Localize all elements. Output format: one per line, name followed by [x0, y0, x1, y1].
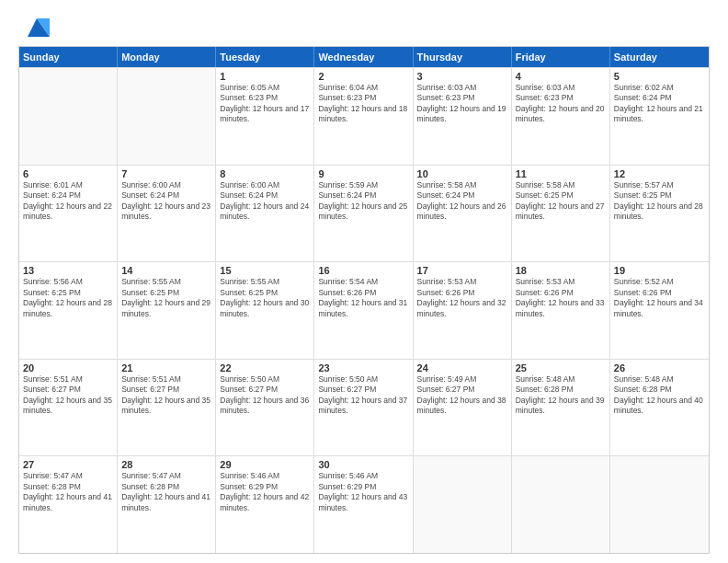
day-cell-8: 8Sunrise: 6:00 AM Sunset: 6:24 PM Daylig… [216, 166, 314, 262]
day-info: Sunrise: 5:51 AM Sunset: 6:27 PM Dayligh… [23, 374, 113, 417]
day-number: 17 [417, 265, 507, 276]
day-info: Sunrise: 5:48 AM Sunset: 6:28 PM Dayligh… [516, 374, 606, 417]
day-info: Sunrise: 5:55 AM Sunset: 6:25 PM Dayligh… [220, 277, 310, 319]
day-info: Sunrise: 5:48 AM Sunset: 6:28 PM Dayligh… [614, 374, 705, 417]
day-cell-28: 28Sunrise: 5:47 AM Sunset: 6:28 PM Dayli… [118, 456, 216, 553]
day-cell-9: 9Sunrise: 5:59 AM Sunset: 6:24 PM Daylig… [314, 166, 413, 262]
day-cell-11: 11Sunrise: 5:58 AM Sunset: 6:25 PM Dayli… [512, 166, 610, 262]
logo-icon [24, 15, 50, 40]
day-number: 5 [614, 71, 705, 82]
day-info: Sunrise: 5:50 AM Sunset: 6:27 PM Dayligh… [318, 374, 408, 417]
day-cell-10: 10Sunrise: 5:58 AM Sunset: 6:24 PM Dayli… [414, 166, 512, 262]
day-cell-3: 3Sunrise: 6:03 AM Sunset: 6:23 PM Daylig… [414, 68, 512, 165]
day-number: 30 [318, 459, 408, 470]
calendar-row-4: 27Sunrise: 5:47 AM Sunset: 6:28 PM Dayli… [19, 455, 709, 553]
day-cell-13: 13Sunrise: 5:56 AM Sunset: 6:25 PM Dayli… [19, 262, 118, 359]
day-info: Sunrise: 5:49 AM Sunset: 6:27 PM Dayligh… [417, 374, 507, 417]
day-number: 11 [516, 168, 606, 179]
day-info: Sunrise: 5:46 AM Sunset: 6:29 PM Dayligh… [220, 471, 310, 513]
day-number: 22 [220, 362, 310, 373]
calendar: SundayMondayTuesdayWednesdayThursdayFrid… [18, 46, 710, 554]
day-number: 14 [121, 265, 211, 276]
day-number: 20 [23, 362, 113, 373]
page: SundayMondayTuesdayWednesdayThursdayFrid… [0, 0, 728, 563]
day-cell-5: 5Sunrise: 6:02 AM Sunset: 6:24 PM Daylig… [610, 68, 709, 165]
day-cell-6: 6Sunrise: 6:01 AM Sunset: 6:24 PM Daylig… [19, 166, 118, 262]
day-number: 18 [516, 265, 606, 276]
empty-cell-4-4 [414, 456, 512, 553]
day-number: 24 [417, 362, 507, 373]
day-number: 16 [318, 265, 408, 276]
day-info: Sunrise: 5:59 AM Sunset: 6:24 PM Dayligh… [318, 180, 408, 223]
day-number: 2 [318, 71, 408, 82]
day-cell-21: 21Sunrise: 5:51 AM Sunset: 6:27 PM Dayli… [118, 360, 216, 456]
calendar-body: 1Sunrise: 6:05 AM Sunset: 6:23 PM Daylig… [19, 67, 709, 553]
day-info: Sunrise: 6:00 AM Sunset: 6:24 PM Dayligh… [220, 180, 310, 223]
day-number: 29 [220, 459, 310, 470]
weekday-header-friday: Friday [512, 47, 610, 67]
logo [18, 15, 50, 37]
day-cell-4: 4Sunrise: 6:03 AM Sunset: 6:23 PM Daylig… [512, 68, 610, 165]
day-cell-7: 7Sunrise: 6:00 AM Sunset: 6:24 PM Daylig… [118, 166, 216, 262]
weekday-header-wednesday: Wednesday [314, 47, 413, 67]
day-number: 9 [318, 168, 408, 179]
day-info: Sunrise: 6:00 AM Sunset: 6:24 PM Dayligh… [121, 180, 211, 223]
day-number: 28 [121, 459, 211, 470]
day-cell-24: 24Sunrise: 5:49 AM Sunset: 6:27 PM Dayli… [414, 360, 512, 456]
day-info: Sunrise: 5:46 AM Sunset: 6:29 PM Dayligh… [318, 471, 408, 513]
day-cell-16: 16Sunrise: 5:54 AM Sunset: 6:26 PM Dayli… [314, 262, 413, 359]
day-info: Sunrise: 6:04 AM Sunset: 6:23 PM Dayligh… [318, 83, 408, 125]
calendar-row-3: 20Sunrise: 5:51 AM Sunset: 6:27 PM Dayli… [19, 359, 709, 456]
day-cell-22: 22Sunrise: 5:50 AM Sunset: 6:27 PM Dayli… [216, 360, 314, 456]
empty-cell-0-1 [118, 68, 216, 165]
day-info: Sunrise: 5:55 AM Sunset: 6:25 PM Dayligh… [121, 277, 211, 319]
day-cell-25: 25Sunrise: 5:48 AM Sunset: 6:28 PM Dayli… [512, 360, 610, 456]
day-cell-1: 1Sunrise: 6:05 AM Sunset: 6:23 PM Daylig… [216, 68, 314, 165]
day-cell-20: 20Sunrise: 5:51 AM Sunset: 6:27 PM Dayli… [19, 360, 118, 456]
calendar-row-2: 13Sunrise: 5:56 AM Sunset: 6:25 PM Dayli… [19, 261, 709, 359]
day-info: Sunrise: 6:05 AM Sunset: 6:23 PM Dayligh… [220, 83, 310, 125]
weekday-header-saturday: Saturday [610, 47, 709, 67]
day-number: 12 [614, 168, 705, 179]
day-number: 6 [23, 168, 113, 179]
day-cell-23: 23Sunrise: 5:50 AM Sunset: 6:27 PM Dayli… [314, 360, 413, 456]
day-info: Sunrise: 5:57 AM Sunset: 6:25 PM Dayligh… [614, 180, 705, 223]
day-cell-15: 15Sunrise: 5:55 AM Sunset: 6:25 PM Dayli… [216, 262, 314, 359]
day-number: 7 [121, 168, 211, 179]
calendar-row-1: 6Sunrise: 6:01 AM Sunset: 6:24 PM Daylig… [19, 165, 709, 262]
day-info: Sunrise: 5:54 AM Sunset: 6:26 PM Dayligh… [318, 277, 408, 319]
empty-cell-4-6 [610, 456, 709, 553]
empty-cell-4-5 [512, 456, 610, 553]
day-info: Sunrise: 5:51 AM Sunset: 6:27 PM Dayligh… [121, 374, 211, 417]
day-cell-14: 14Sunrise: 5:55 AM Sunset: 6:25 PM Dayli… [118, 262, 216, 359]
weekday-header-thursday: Thursday [414, 47, 512, 67]
day-info: Sunrise: 6:03 AM Sunset: 6:23 PM Dayligh… [516, 83, 606, 125]
day-cell-12: 12Sunrise: 5:57 AM Sunset: 6:25 PM Dayli… [610, 166, 709, 262]
day-info: Sunrise: 5:53 AM Sunset: 6:26 PM Dayligh… [417, 277, 507, 319]
day-cell-18: 18Sunrise: 5:53 AM Sunset: 6:26 PM Dayli… [512, 262, 610, 359]
day-info: Sunrise: 6:02 AM Sunset: 6:24 PM Dayligh… [614, 83, 705, 125]
day-info: Sunrise: 6:03 AM Sunset: 6:23 PM Dayligh… [417, 83, 507, 125]
day-info: Sunrise: 5:56 AM Sunset: 6:25 PM Dayligh… [23, 277, 113, 319]
day-info: Sunrise: 5:47 AM Sunset: 6:28 PM Dayligh… [23, 471, 113, 513]
day-number: 1 [220, 71, 310, 82]
weekday-header-sunday: Sunday [19, 47, 118, 67]
day-info: Sunrise: 5:47 AM Sunset: 6:28 PM Dayligh… [121, 471, 211, 513]
day-number: 21 [121, 362, 211, 373]
day-cell-26: 26Sunrise: 5:48 AM Sunset: 6:28 PM Dayli… [610, 360, 709, 456]
day-cell-2: 2Sunrise: 6:04 AM Sunset: 6:23 PM Daylig… [314, 68, 413, 165]
header [18, 15, 710, 37]
day-number: 26 [614, 362, 705, 373]
day-info: Sunrise: 5:50 AM Sunset: 6:27 PM Dayligh… [220, 374, 310, 417]
day-number: 23 [318, 362, 408, 373]
day-number: 19 [614, 265, 705, 276]
calendar-row-0: 1Sunrise: 6:05 AM Sunset: 6:23 PM Daylig… [19, 67, 709, 165]
day-cell-29: 29Sunrise: 5:46 AM Sunset: 6:29 PM Dayli… [216, 456, 314, 553]
day-info: Sunrise: 5:53 AM Sunset: 6:26 PM Dayligh… [516, 277, 606, 319]
day-number: 4 [516, 71, 606, 82]
day-cell-27: 27Sunrise: 5:47 AM Sunset: 6:28 PM Dayli… [19, 456, 118, 553]
day-info: Sunrise: 6:01 AM Sunset: 6:24 PM Dayligh… [23, 180, 113, 223]
day-number: 3 [417, 71, 507, 82]
day-number: 8 [220, 168, 310, 179]
empty-cell-0-0 [19, 68, 118, 165]
